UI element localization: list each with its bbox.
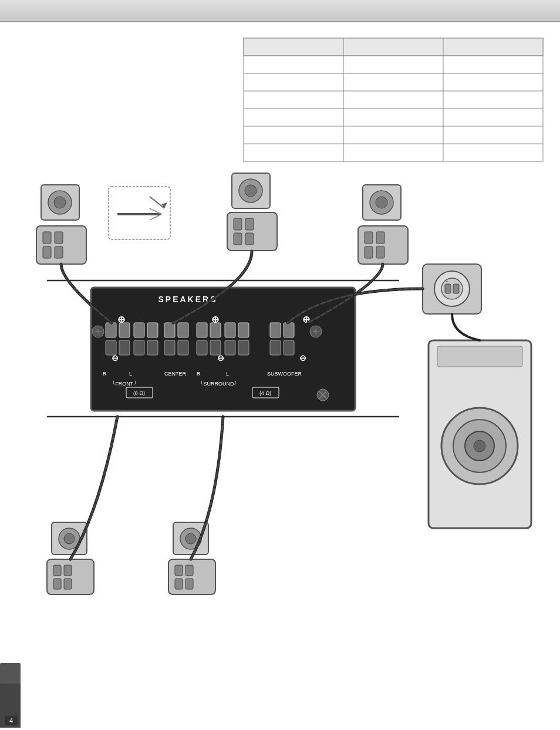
- svg-rect-105: [175, 565, 183, 576]
- svg-rect-15: [55, 232, 63, 244]
- svg-point-28: [245, 185, 257, 197]
- svg-rect-98: [64, 565, 72, 576]
- svg-rect-106: [185, 565, 193, 576]
- svg-rect-22: [365, 232, 373, 244]
- svg-rect-54: [164, 340, 175, 355]
- svg-rect-108: [185, 579, 193, 589]
- svg-rect-56: [197, 323, 207, 337]
- svg-rect-47: [119, 340, 130, 355]
- center-label: CENTER: [164, 371, 187, 377]
- svg-point-111: [441, 278, 463, 299]
- svg-rect-1: [244, 38, 543, 56]
- svg-rect-57: [210, 323, 221, 337]
- svg-point-20: [376, 197, 387, 208]
- header-bar: [0, 0, 560, 22]
- svg-rect-61: [238, 323, 249, 337]
- svg-point-95: [64, 533, 75, 544]
- svg-text:└FRONT┘: └FRONT┘: [112, 380, 137, 387]
- svg-rect-32: [234, 233, 242, 245]
- svg-rect-63: [238, 340, 249, 355]
- svg-rect-55: [178, 340, 188, 355]
- svg-rect-62: [225, 340, 235, 355]
- svg-rect-121: [437, 346, 522, 367]
- svg-rect-50: [134, 340, 144, 355]
- svg-rect-67: [284, 340, 294, 355]
- svg-rect-51: [147, 340, 158, 355]
- svg-rect-49: [147, 323, 158, 337]
- svg-rect-33: [245, 233, 254, 245]
- svg-rect-60: [225, 323, 235, 337]
- svg-rect-31: [245, 218, 254, 230]
- svg-rect-45: [119, 323, 130, 337]
- svg-text:⊖: ⊖: [217, 353, 224, 363]
- svg-rect-44: [106, 323, 116, 337]
- svg-rect-66: [270, 340, 281, 355]
- svg-text:-: -: [454, 279, 456, 284]
- svg-rect-52: [164, 323, 175, 337]
- svg-rect-0: [244, 38, 543, 161]
- svg-rect-97: [53, 565, 61, 576]
- svg-point-103: [185, 533, 196, 544]
- wiring-diagram: SPEAKERS ⊕ ⊕ ⊕ ⊖ ⊖ ⊖ R L CENTER R L SUBW…: [0, 35, 560, 728]
- svg-text:L: L: [226, 371, 229, 377]
- svg-rect-65: [284, 323, 294, 337]
- svg-rect-123: [0, 663, 21, 684]
- svg-rect-48: [134, 323, 144, 337]
- svg-rect-107: [175, 579, 183, 589]
- svg-rect-112: [445, 284, 451, 293]
- svg-text:(8 Ω): (8 Ω): [133, 390, 145, 396]
- svg-point-120: [474, 440, 485, 452]
- svg-rect-58: [197, 340, 207, 355]
- svg-rect-25: [376, 246, 384, 258]
- svg-rect-24: [365, 246, 373, 258]
- svg-text:L: L: [129, 371, 132, 377]
- svg-rect-53: [178, 323, 188, 337]
- svg-text:⊖: ⊖: [112, 353, 119, 363]
- svg-text:SUBWOOFER: SUBWOOFER: [267, 371, 302, 377]
- page-number: 4: [5, 716, 18, 725]
- svg-rect-64: [270, 323, 281, 337]
- svg-text:(4 Ω): (4 Ω): [259, 390, 271, 396]
- svg-point-12: [54, 197, 66, 208]
- svg-rect-23: [376, 232, 384, 244]
- svg-text:R: R: [197, 371, 201, 377]
- svg-text:└SURROUND┘: └SURROUND┘: [200, 380, 238, 387]
- svg-text:⊖: ⊖: [299, 353, 306, 363]
- svg-text:R: R: [103, 371, 107, 377]
- svg-rect-30: [234, 218, 242, 230]
- svg-rect-113: [453, 284, 459, 293]
- svg-rect-100: [64, 579, 72, 589]
- svg-text:+: +: [446, 279, 448, 284]
- svg-rect-99: [53, 579, 61, 589]
- svg-rect-17: [55, 246, 63, 258]
- svg-rect-14: [43, 232, 51, 244]
- svg-rect-16: [43, 246, 51, 258]
